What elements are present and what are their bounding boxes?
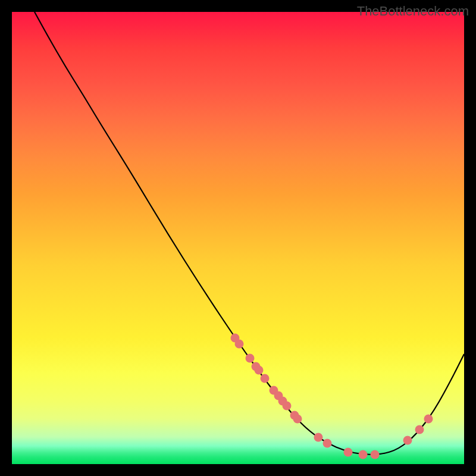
scatter-dot [246,354,255,363]
scatter-dot [415,425,424,434]
scatter-dot [344,448,353,457]
scatter-dot [235,340,244,349]
scatter-dot [255,366,264,375]
scatter-dot [371,450,380,459]
scatter-dot [359,450,368,459]
watermark-text: TheBottleneck.com [357,4,469,19]
scatter-dot [314,433,323,442]
scatter-group [231,334,433,459]
scatter-dot [261,374,270,383]
bottleneck-curve [35,12,464,455]
chart-svg [12,12,464,464]
scatter-dot [283,402,292,411]
scatter-dot [424,415,433,424]
scatter-dot [293,415,302,424]
scatter-dot [323,439,332,448]
chart-container [12,12,464,464]
scatter-dot [403,436,412,445]
